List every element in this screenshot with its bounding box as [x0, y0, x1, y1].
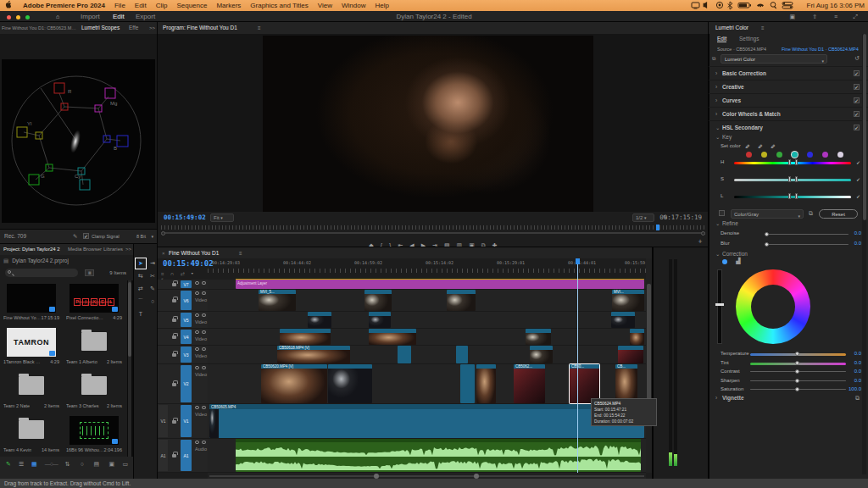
- toggle-track-output-icon[interactable]: [202, 406, 206, 409]
- track-lane-v5[interactable]: [208, 312, 646, 329]
- timeline-clip[interactable]: [526, 329, 551, 345]
- colorgray-checkbox[interactable]: [719, 210, 725, 216]
- track-target-v3[interactable]: V3: [181, 347, 192, 363]
- project-item[interactable]: Fine Without You D117:15:19: [2, 282, 61, 324]
- sync-lock-icon[interactable]: [195, 291, 199, 295]
- item-name[interactable]: 16Bit 96 Without...: [66, 447, 104, 452]
- lock-icon[interactable]: [172, 283, 176, 286]
- lumetri-scrollbar[interactable]: [862, 34, 866, 474]
- slider-handle[interactable]: [788, 176, 791, 182]
- project-scrollbar[interactable]: [128, 280, 131, 457]
- project-item[interactable]: 16Bit 96 Without...2:04.196: [64, 414, 124, 457]
- hsl-slider-s[interactable]: [734, 179, 851, 181]
- timeline-playhead-head[interactable]: [576, 258, 580, 264]
- colorgray-select[interactable]: Color/Gray▾: [731, 209, 804, 219]
- timeline-clip[interactable]: CB50620.MP4 [V]: [261, 364, 327, 403]
- lock-icon[interactable]: [172, 420, 176, 424]
- tab-overflow[interactable]: >>: [125, 243, 131, 255]
- lock-icon[interactable]: [172, 353, 176, 357]
- timeline-clip[interactable]: [328, 364, 372, 403]
- reset-effect-icon[interactable]: ↺: [854, 55, 860, 62]
- wrench-icon[interactable]: ✎: [73, 230, 77, 243]
- project-item[interactable]: Team 3 Charles2 Items: [64, 370, 124, 413]
- audio-clip[interactable]: [236, 439, 641, 472]
- item-name[interactable]: Team 1 Alberto: [66, 359, 97, 364]
- track-target-v1[interactable]: V1: [181, 405, 192, 437]
- timeline-clip[interactable]: Adjustment Layer: [236, 280, 644, 289]
- track-target-v7[interactable]: V7: [181, 280, 192, 288]
- lock-icon[interactable]: [172, 454, 176, 458]
- channel-enabled-check[interactable]: ✓: [856, 176, 860, 182]
- sync-lock-icon[interactable]: [195, 313, 199, 317]
- project-item[interactable]: Team 1 Alberto2 Items: [64, 326, 124, 369]
- matte-preview-icon[interactable]: ⧉: [809, 210, 813, 217]
- program-video-frame[interactable]: [263, 36, 593, 212]
- program-mini-timeline[interactable]: [158, 224, 709, 230]
- luma-slider[interactable]: [717, 269, 722, 344]
- menubar-status-cluster[interactable]: Fri Aug 16 3:06 PM: [691, 0, 865, 11]
- timeline-clip[interactable]: [280, 329, 331, 345]
- source-patch-v1[interactable]: V1: [159, 405, 168, 437]
- timeline-clip[interactable]: [530, 346, 553, 363]
- toggle-track-output-icon[interactable]: [202, 366, 206, 369]
- timeline-clip[interactable]: CB50618.MP4 [V]: [277, 346, 350, 363]
- color-swatch[interactable]: [746, 152, 752, 158]
- search-icon[interactable]: ○: [81, 457, 84, 472]
- tab-program-monitor[interactable]: Program: Fine Without You D1: [163, 22, 237, 34]
- fx-badge-icon[interactable]: ⧉: [712, 56, 715, 62]
- section-enabled-checkbox[interactable]: ✓: [854, 84, 860, 90]
- item-name[interactable]: Pixel Connection.png: [66, 315, 105, 320]
- timeline-horizontal-scrollbar[interactable]: [208, 473, 646, 479]
- section-enabled-checkbox[interactable]: ✓: [854, 111, 860, 117]
- zoom-level-select[interactable]: Fit ▾: [210, 214, 234, 222]
- menu-adobe-premiere-pro-2024[interactable]: Adobe Premiere Pro 2024: [23, 0, 105, 12]
- sync-lock-icon[interactable]: [195, 330, 199, 334]
- hand-tool[interactable]: ⌒: [136, 297, 146, 307]
- effect-select[interactable]: Lumetri Color▾: [721, 54, 827, 64]
- bit-depth-select[interactable]: 8 Bit: [136, 230, 146, 243]
- section-hsl-secondary[interactable]: ⌄HSL Secondary✓: [709, 120, 868, 134]
- menu-window[interactable]: Window: [342, 0, 365, 12]
- timeline-clip[interactable]: MVI...: [612, 290, 644, 311]
- project-bin-path[interactable]: ▤Dylan Taylor24 2.prproj: [0, 255, 133, 266]
- vignette-section-header[interactable]: › Vignette ⧉: [709, 395, 868, 407]
- reset-button[interactable]: Reset: [819, 209, 858, 219]
- sequence-clip-link[interactable]: Fine Without You D1 · CB50624.MP4: [782, 47, 859, 52]
- sort-icon[interactable]: ⇅: [65, 461, 70, 467]
- slider-handle[interactable]: [795, 176, 798, 182]
- tab-lumetri-settings[interactable]: Settings: [739, 36, 760, 42]
- timeline-clip[interactable]: [398, 346, 411, 363]
- slip-tool[interactable]: ⇄: [136, 284, 146, 294]
- timeline-clip[interactable]: [476, 364, 496, 403]
- lock-icon[interactable]: [172, 383, 176, 386]
- tint-knob[interactable]: [795, 361, 799, 365]
- saturation-knob[interactable]: [795, 387, 799, 391]
- panel-menu-icon[interactable]: ≡: [239, 247, 242, 259]
- filter-icon[interactable]: ≣: [85, 269, 94, 276]
- sync-lock-icon[interactable]: [195, 366, 199, 369]
- sharpen-knob[interactable]: [795, 379, 799, 383]
- color-swatch[interactable]: [776, 152, 782, 158]
- sync-lock-icon[interactable]: [195, 441, 199, 444]
- section-enabled-checkbox[interactable]: ✓: [854, 70, 860, 76]
- project-item[interactable]: TAMRON1Tamron Black white_...4:29: [2, 326, 61, 369]
- color-swatch[interactable]: [837, 152, 843, 158]
- denoise-slider[interactable]: [768, 234, 849, 235]
- section-curves[interactable]: ›Curves✓: [709, 93, 868, 107]
- denoise-knob[interactable]: [765, 232, 769, 236]
- channel-enabled-check[interactable]: ✓: [856, 193, 860, 199]
- section-basic-correction[interactable]: ›Basic Correction✓: [709, 66, 868, 80]
- timeline-clip[interactable]: [369, 329, 416, 345]
- toggle-track-output-icon[interactable]: [202, 313, 206, 317]
- tab-lumetri-color[interactable]: Lumetri Color: [715, 22, 748, 34]
- section-enabled-checkbox[interactable]: ✓: [854, 125, 860, 130]
- menu-file[interactable]: File: [114, 0, 125, 12]
- contrast-knob[interactable]: [795, 369, 799, 374]
- track-target-v4[interactable]: V4: [181, 330, 192, 344]
- lock-icon[interactable]: [172, 319, 176, 322]
- type-tool[interactable]: T: [136, 309, 146, 319]
- trash-icon[interactable]: ▭: [122, 457, 128, 472]
- tint-value[interactable]: 0.0: [854, 360, 861, 365]
- timeline-playhead[interactable]: [577, 264, 578, 473]
- blur-value[interactable]: 0.0: [854, 241, 861, 246]
